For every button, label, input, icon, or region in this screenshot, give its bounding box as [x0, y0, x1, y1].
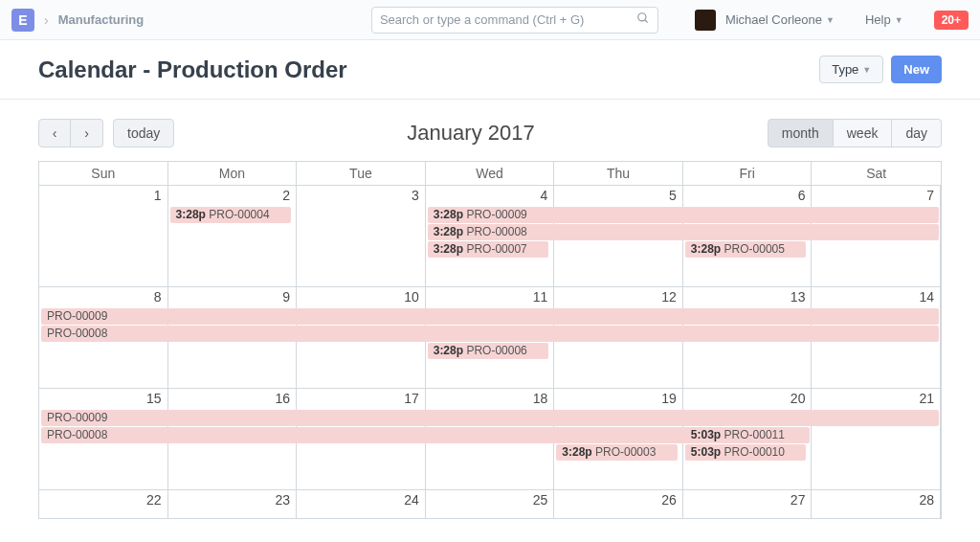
day-number: 22	[39, 490, 167, 509]
day-number: 23	[168, 490, 297, 509]
day-number: 18	[426, 389, 554, 408]
day-number: 17	[297, 389, 425, 408]
chevron-left-icon: ‹	[53, 125, 57, 141]
day-number: 4	[426, 186, 554, 205]
day-number: 19	[554, 389, 682, 408]
week-row: 15161718192021PRO-00009PRO-000085:03p PR…	[39, 389, 941, 490]
calendar-event[interactable]: 3:28p PRO-00006	[428, 343, 549, 359]
view-month[interactable]: month	[768, 119, 834, 147]
day-number: 16	[168, 389, 297, 408]
topbar: E › Manufacturing Michael Corleone▼ Help…	[0, 0, 980, 40]
event-label: PRO-00003	[595, 445, 656, 459]
day-number: 12	[554, 287, 682, 306]
day-number: 3	[297, 186, 425, 205]
week-row: 12345673:28p PRO-000043:28p PRO-000093:2…	[39, 186, 941, 287]
event-label: PRO-00009	[47, 309, 107, 323]
day-cell[interactable]: 25	[426, 490, 555, 518]
prev-button[interactable]: ‹	[38, 119, 71, 147]
calendar-event[interactable]: 3:28p PRO-00008	[428, 224, 939, 240]
search-icon	[636, 11, 650, 28]
app-logo[interactable]: E	[11, 9, 34, 32]
day-number: 8	[39, 287, 167, 306]
calendar-event[interactable]: 5:03p PRO-00010	[685, 444, 807, 461]
view-buttons: month week day	[768, 119, 942, 147]
help-menu[interactable]: Help▼	[865, 12, 903, 27]
new-button[interactable]: New	[891, 56, 942, 83]
event-label: PRO-00009	[466, 208, 526, 221]
calendar-title: January 2017	[174, 121, 768, 146]
search-input[interactable]	[380, 12, 636, 27]
week-row: 891011121314PRO-00009PRO-000083:28p PRO-…	[39, 287, 941, 389]
dow-label: Sat	[812, 162, 941, 186]
day-cell[interactable]: 28	[812, 490, 941, 518]
event-label: PRO-00008	[47, 428, 107, 441]
type-button[interactable]: Type▼	[819, 56, 883, 83]
event-time: 5:03p	[691, 445, 724, 459]
day-number: 5	[554, 186, 682, 205]
day-cell[interactable]: 2	[168, 186, 298, 286]
day-cell[interactable]: 1	[39, 186, 168, 286]
caret-down-icon: ▼	[862, 65, 871, 75]
day-cell[interactable]: 3	[297, 186, 426, 286]
svg-line-1	[645, 20, 648, 23]
day-cell[interactable]: 23	[168, 490, 298, 518]
day-cell[interactable]: 22	[39, 490, 168, 518]
today-button[interactable]: today	[113, 119, 174, 147]
event-label: PRO-00010	[724, 445, 785, 459]
caret-down-icon: ▼	[826, 15, 835, 25]
dow-label: Sun	[39, 162, 168, 186]
avatar[interactable]	[695, 10, 716, 31]
event-time: 3:28p	[434, 344, 467, 357]
view-week[interactable]: week	[834, 119, 893, 147]
event-label: PRO-00008	[47, 327, 107, 340]
chevron-right-icon: ›	[44, 12, 49, 28]
day-number: 27	[683, 490, 812, 509]
dow-label: Fri	[683, 162, 813, 186]
day-number: 7	[812, 186, 940, 205]
view-day[interactable]: day	[892, 119, 942, 147]
next-button[interactable]: ›	[71, 119, 103, 147]
day-number: 10	[297, 287, 425, 306]
dow-label: Thu	[554, 162, 683, 186]
user-menu[interactable]: Michael Corleone▼	[725, 12, 835, 27]
event-time: 3:28p	[691, 242, 724, 256]
svg-point-0	[638, 13, 646, 21]
calendar-event[interactable]: 3:28p PRO-00005	[685, 241, 807, 258]
dow-label: Wed	[426, 162, 555, 186]
event-time: 5:03p	[691, 428, 724, 441]
breadcrumb[interactable]: Manufacturing	[58, 12, 145, 27]
day-cell[interactable]: 27	[683, 490, 813, 518]
help-label: Help	[865, 12, 891, 27]
day-number: 26	[554, 490, 682, 509]
type-label: Type	[832, 62, 858, 77]
event-label: PRO-00007	[466, 242, 526, 256]
event-time: 3:28p	[434, 208, 467, 221]
search-input-wrap[interactable]	[371, 7, 658, 34]
dow-label: Tue	[297, 162, 426, 186]
dow-label: Mon	[168, 162, 298, 186]
calendar-event[interactable]: PRO-00009	[41, 308, 939, 325]
calendar-event[interactable]: 5:03p PRO-00011	[685, 427, 807, 443]
day-cell[interactable]: 21	[812, 389, 941, 489]
calendar-event[interactable]: 3:28p PRO-00004	[170, 207, 292, 223]
calendar-event[interactable]: PRO-00008	[41, 326, 939, 342]
event-label: PRO-00006	[466, 344, 526, 357]
calendar-event[interactable]: 3:28p PRO-00003	[556, 444, 678, 461]
chevron-right-icon: ›	[84, 125, 89, 141]
day-number: 1	[39, 186, 167, 205]
calendar-event[interactable]: PRO-00009	[41, 410, 939, 426]
day-number: 6	[683, 186, 812, 205]
event-time: 3:28p	[434, 225, 467, 238]
calendar-header: ‹ › today January 2017 month week day	[38, 119, 942, 147]
day-number: 28	[812, 490, 940, 509]
day-cell[interactable]: 26	[554, 490, 683, 518]
day-number: 14	[812, 287, 940, 306]
calendar-event[interactable]: 3:28p PRO-00007	[428, 241, 549, 258]
calendar-event[interactable]: 3:28p PRO-00009	[428, 207, 939, 223]
day-cell[interactable]: 24	[297, 490, 426, 518]
page-header: Calendar - Production Order Type▼ New	[0, 40, 980, 100]
calendar: ‹ › today January 2017 month week day Su…	[0, 100, 980, 519]
notification-badge[interactable]: 20+	[934, 11, 969, 30]
caret-down-icon: ▼	[895, 15, 903, 25]
day-number: 13	[683, 287, 812, 306]
